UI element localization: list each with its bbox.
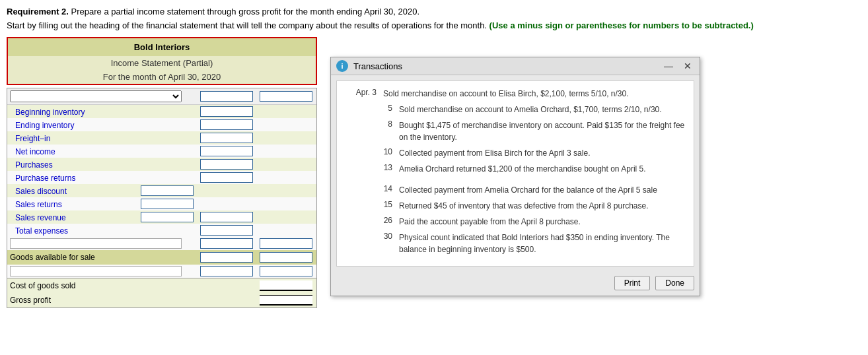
print-button[interactable]: Print xyxy=(614,276,651,290)
transaction-desc: Amelia Orchard returned $1,200 of the me… xyxy=(399,163,687,175)
blank-long-input[interactable] xyxy=(10,238,182,249)
transaction-desc: Returned $45 of inventory that was defec… xyxy=(399,200,687,212)
list-item: Net income xyxy=(7,145,316,158)
transaction-day: 14 xyxy=(383,184,399,196)
list-item: Ending inventory xyxy=(7,118,316,131)
transaction-date xyxy=(344,184,383,196)
transactions-titlebar: i Transactions — ✕ xyxy=(331,57,700,75)
transaction-date xyxy=(344,147,383,159)
gross-profit-input[interactable] xyxy=(260,295,312,306)
transactions-controls: — ✕ xyxy=(661,61,694,71)
category-dropdown[interactable]: Beginning inventory Ending inventory Fre… xyxy=(10,90,182,102)
company-name: Bold Interiors xyxy=(12,42,312,52)
blank-input2-col2[interactable] xyxy=(200,266,253,276)
period: For the month of April 30, 2020 xyxy=(8,70,316,84)
list-item: Purchases xyxy=(7,158,316,171)
sales-discount-label[interactable]: Sales discount xyxy=(10,187,67,196)
transaction-date xyxy=(344,163,383,175)
form-area: Beginning inventory Ending inventory Fre… xyxy=(7,88,317,308)
transaction-entry: 10 Collected payment from Elisa Birch fo… xyxy=(344,147,687,159)
sales-returns-input1[interactable] xyxy=(141,199,194,209)
close-button[interactable]: ✕ xyxy=(681,61,694,71)
purchases-label[interactable]: Purchases xyxy=(10,160,53,170)
list-item: Beginning inventory xyxy=(7,105,316,119)
info-icon: i xyxy=(336,60,348,72)
transaction-date xyxy=(344,232,383,255)
transaction-desc: Sold merchandise on account to Amelia Or… xyxy=(399,104,687,115)
gross-profit-row: Gross profit xyxy=(7,293,316,307)
list-item: Sales revenue xyxy=(7,210,316,224)
transactions-title: Transactions xyxy=(353,61,402,71)
requirement-text: Prepare a partial income statement throu… xyxy=(69,7,419,16)
goods-available-label: Goods available for sale xyxy=(10,253,95,262)
transaction-date xyxy=(344,200,383,212)
transactions-panel: i Transactions — ✕ Apr. 3 Sold merchandi… xyxy=(330,57,700,296)
transaction-day: 13 xyxy=(383,163,399,175)
transaction-day: 8 xyxy=(383,119,399,143)
purchase-returns-input[interactable] xyxy=(200,172,253,183)
ending-inventory-label[interactable]: Ending inventory xyxy=(10,121,74,130)
transaction-desc: Paid the account payable from the April … xyxy=(399,216,687,228)
list-item: Sales returns xyxy=(7,197,316,210)
blank-input-row2 xyxy=(7,265,316,278)
purchase-returns-label[interactable]: Purchase returns xyxy=(10,174,75,183)
transactions-footer: Print Done xyxy=(331,272,700,296)
transaction-desc: Sold merchandise on account to Elisa Bir… xyxy=(383,88,687,100)
done-button[interactable]: Done xyxy=(655,276,694,290)
header-box: Bold Interiors Income Statement (Partial… xyxy=(7,37,317,85)
transaction-entry: Apr. 3 Sold merchandise on account to El… xyxy=(344,88,687,100)
transaction-date xyxy=(344,119,383,143)
header-top: Bold Interiors xyxy=(8,38,316,56)
net-income-label[interactable]: Net income xyxy=(10,147,55,156)
beginning-inventory-input[interactable] xyxy=(200,106,253,117)
total-expenses-input[interactable] xyxy=(200,225,253,236)
transaction-desc: Bought $1,475 of merchandise inventory o… xyxy=(399,119,687,143)
freight-in-label[interactable]: Freight–in xyxy=(10,134,50,143)
list-item: Total expenses xyxy=(7,224,316,237)
blank-input2-col3[interactable] xyxy=(260,266,312,276)
blank-input-col2[interactable] xyxy=(200,238,253,249)
transaction-entry: 26 Paid the account payable from the Apr… xyxy=(344,216,687,228)
dropdown-input1[interactable] xyxy=(200,91,253,102)
total-expenses-label[interactable]: Total expenses xyxy=(10,226,68,236)
blank-input-col3[interactable] xyxy=(260,238,312,249)
beginning-inventory-label[interactable]: Beginning inventory xyxy=(10,108,85,117)
goods-available-row: Goods available for sale xyxy=(7,250,316,265)
transaction-date: Apr. 3 xyxy=(344,88,383,100)
list-item: Purchase returns xyxy=(7,171,316,184)
sales-revenue-label[interactable]: Sales revenue xyxy=(10,213,66,222)
transaction-entry: 30 Physical count indicated that Bold In… xyxy=(344,232,687,255)
goods-available-input1[interactable] xyxy=(200,252,253,263)
transaction-entry: 8 Bought $1,475 of merchandise inventory… xyxy=(344,119,687,143)
ending-inventory-input[interactable] xyxy=(200,119,253,130)
right-panel: i Transactions — ✕ Apr. 3 Sold merchandi… xyxy=(330,37,861,308)
transactions-body: Apr. 3 Sold merchandise on account to El… xyxy=(336,81,694,267)
transaction-day: 10 xyxy=(383,147,399,159)
net-income-input[interactable] xyxy=(200,146,253,156)
requirement-label: Requirement 2. xyxy=(7,7,69,16)
sales-discount-input1[interactable] xyxy=(141,185,194,196)
transaction-desc: Collected payment from Elisa Birch for t… xyxy=(399,147,687,159)
list-item: Freight–in xyxy=(7,131,316,145)
blank-input-row xyxy=(7,237,316,250)
minimize-button[interactable]: — xyxy=(661,61,676,71)
freight-in-input[interactable] xyxy=(200,133,253,143)
transaction-date xyxy=(344,216,383,228)
dropdown-input2[interactable] xyxy=(260,91,312,102)
goods-available-input2[interactable] xyxy=(260,252,312,263)
gross-profit-label: Gross profit xyxy=(10,296,51,305)
blank-long-input2[interactable] xyxy=(10,266,182,276)
transaction-desc: Collected payment from Amelia Orchard fo… xyxy=(399,184,687,196)
statement-type: Income Statement (Partial) xyxy=(8,56,316,70)
sales-returns-label[interactable]: Sales returns xyxy=(10,200,62,209)
transaction-entry: 14 Collected payment from Amelia Orchard… xyxy=(344,184,687,196)
transaction-entry: 15 Returned $45 of inventory that was de… xyxy=(344,200,687,212)
sales-revenue-input2[interactable] xyxy=(200,212,253,222)
transaction-entry: 13 Amelia Orchard returned $1,200 of the… xyxy=(344,163,687,175)
cogs-input[interactable] xyxy=(260,280,312,291)
transaction-desc: Physical count indicated that Bold Inter… xyxy=(399,232,687,255)
sales-revenue-input1[interactable] xyxy=(141,212,194,222)
purchases-input[interactable] xyxy=(200,159,253,170)
cogs-label: Cost of goods sold xyxy=(10,281,75,290)
transaction-day: 26 xyxy=(383,216,399,228)
